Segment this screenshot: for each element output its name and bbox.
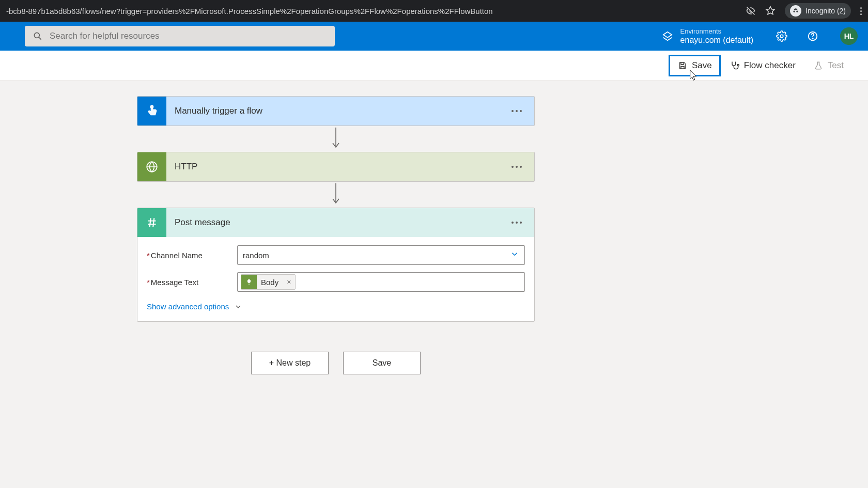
- step-post-menu[interactable]: [507, 217, 526, 228]
- incognito-label: Incognito (2): [805, 7, 846, 15]
- message-text-input[interactable]: Body ×: [237, 272, 525, 292]
- svg-point-3: [812, 38, 813, 39]
- search-input[interactable]: [50, 31, 328, 41]
- svg-point-4: [737, 64, 739, 66]
- connector-arrow-2[interactable]: [330, 182, 342, 208]
- show-advanced-options[interactable]: Show advanced options: [147, 299, 525, 311]
- environment-value: enayu.com (default): [680, 35, 753, 45]
- environment-label: Environments: [680, 27, 753, 36]
- chevron-down-icon: [510, 249, 519, 261]
- step-post-title: Post message: [166, 217, 507, 228]
- step-trigger-title: Manually trigger a flow: [166, 106, 507, 116]
- browser-chrome: -bcb8-897b1a5d8b63/flows/new?trigger=pro…: [0, 0, 868, 22]
- search-icon: [32, 30, 43, 42]
- step-post-message[interactable]: Post message *Channel Name random *Messa…: [137, 208, 535, 322]
- step-trigger[interactable]: Manually trigger a flow: [137, 96, 535, 126]
- save-flow-button[interactable]: Save: [343, 352, 421, 374]
- gear-icon[interactable]: [776, 30, 787, 42]
- svg-point-1: [780, 35, 783, 38]
- flow-canvas: Manually trigger a flow HTTP: [0, 81, 868, 390]
- star-icon[interactable]: [765, 6, 776, 16]
- browser-chrome-right: Incognito (2): [746, 3, 862, 19]
- message-text-label: *Message Text: [147, 278, 227, 287]
- eye-off-icon[interactable]: [746, 6, 756, 16]
- environment-icon: [662, 30, 673, 42]
- test-label: Test: [828, 60, 844, 71]
- search-box[interactable]: [25, 26, 335, 46]
- svg-point-0: [34, 33, 39, 38]
- dynamic-token-body[interactable]: Body ×: [241, 274, 296, 290]
- save-icon: [677, 60, 688, 71]
- step-http[interactable]: HTTP: [137, 152, 535, 182]
- save-button[interactable]: Save: [669, 55, 721, 76]
- flow-checker-button[interactable]: Flow checker: [721, 55, 804, 76]
- browser-url: -bcb8-897b1a5d8b63/flows/new?trigger=pro…: [6, 7, 746, 15]
- command-bar: Save Flow checker Test: [0, 51, 868, 81]
- new-step-button[interactable]: + New step: [251, 352, 329, 374]
- environment-picker[interactable]: Environments enayu.com (default): [662, 27, 753, 45]
- stethoscope-icon: [730, 60, 740, 71]
- step-http-title: HTTP: [166, 162, 507, 172]
- help-icon[interactable]: [807, 30, 818, 42]
- connector-arrow-1[interactable]: [330, 126, 342, 152]
- globe-icon: [137, 152, 166, 181]
- test-button[interactable]: Test: [804, 55, 853, 76]
- channel-name-label: *Channel Name: [147, 251, 227, 260]
- step-trigger-menu[interactable]: [507, 106, 526, 116]
- browser-menu-icon[interactable]: [860, 7, 862, 15]
- app-header: Environments enayu.com (default) HL: [0, 22, 868, 51]
- hash-icon: [137, 208, 166, 237]
- manual-trigger-icon: [137, 97, 166, 125]
- flask-icon: [813, 60, 824, 71]
- step-http-menu[interactable]: [507, 162, 526, 172]
- token-label: Body: [257, 278, 283, 287]
- avatar[interactable]: HL: [840, 27, 858, 45]
- save-label: Save: [692, 60, 712, 71]
- lightbulb-icon: [241, 274, 257, 290]
- flow-checker-label: Flow checker: [744, 60, 796, 71]
- incognito-indicator[interactable]: Incognito (2): [785, 3, 851, 19]
- token-remove[interactable]: ×: [283, 278, 295, 286]
- incognito-icon: [790, 5, 801, 17]
- channel-name-dropdown[interactable]: random: [237, 245, 525, 265]
- channel-name-value: random: [243, 251, 269, 260]
